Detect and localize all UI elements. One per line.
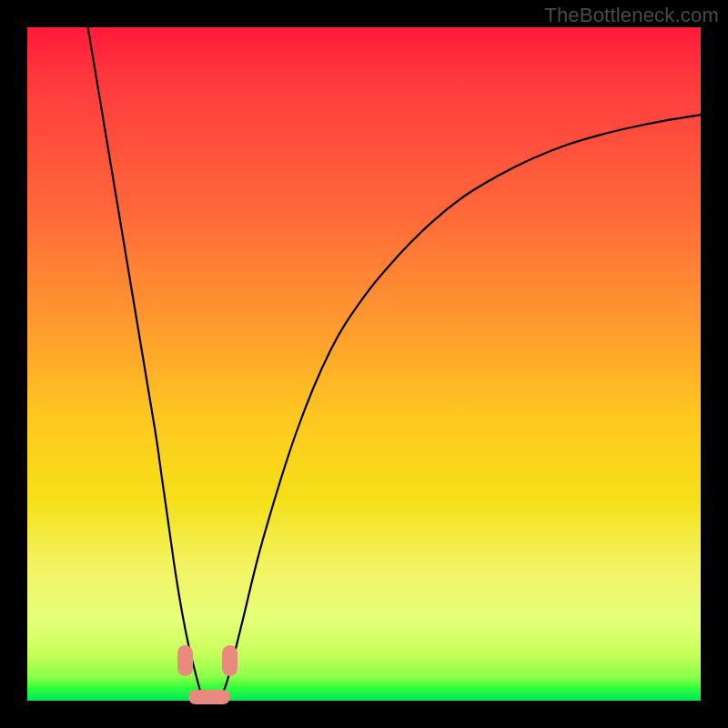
right-knee-marker [222, 645, 238, 676]
bottom-flat-marker [188, 690, 230, 704]
curve-layer [27, 27, 701, 701]
left-curve-path [88, 27, 201, 694]
right-curve-path [223, 115, 701, 693]
plot-area [27, 27, 701, 701]
left-knee-marker [177, 645, 193, 676]
chart-frame: TheBottleneck.com [0, 0, 728, 728]
watermark-text: TheBottleneck.com [544, 4, 719, 27]
